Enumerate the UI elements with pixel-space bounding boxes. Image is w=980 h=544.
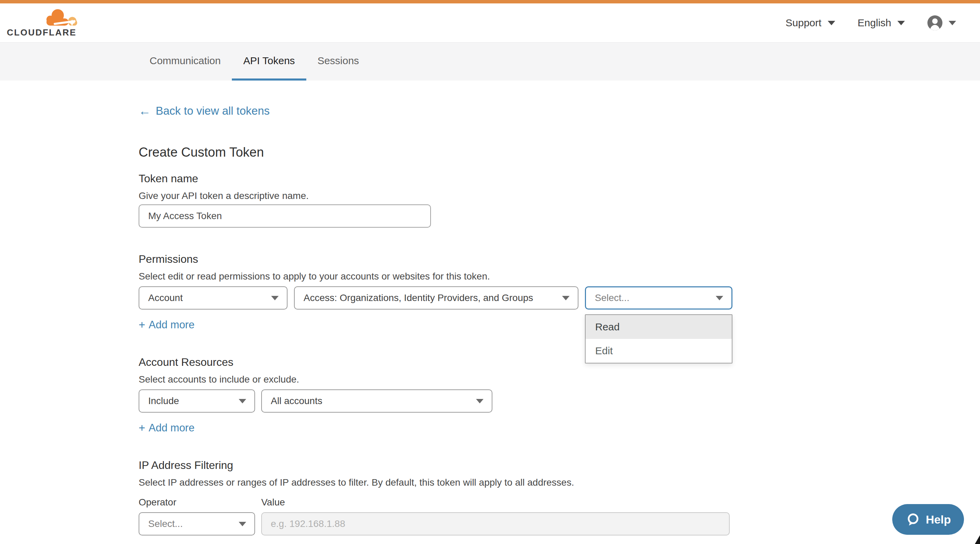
ip-filtering-description: Select IP addresses or ranges of IP addr… bbox=[138, 477, 740, 488]
back-link-label: Back to view all tokens bbox=[156, 105, 270, 117]
permission-scope-value: Account bbox=[148, 292, 183, 303]
permission-scope-select[interactable]: Account bbox=[138, 286, 288, 309]
resource-scope-value: All accounts bbox=[271, 395, 322, 406]
menu-option-read[interactable]: Read bbox=[585, 315, 732, 339]
back-arrow-icon: ← bbox=[138, 105, 151, 117]
plus-icon: + bbox=[138, 319, 145, 331]
chevron-down-icon bbox=[476, 399, 484, 403]
chevron-down-icon bbox=[239, 522, 246, 526]
add-more-label: Add more bbox=[148, 319, 194, 331]
chevron-down-icon bbox=[562, 296, 570, 300]
header-nav: Support English bbox=[763, 15, 956, 30]
ip-operator-select[interactable]: Select... bbox=[138, 512, 255, 536]
account-resources-description: Select accounts to include or exclude. bbox=[138, 374, 740, 385]
ip-filtering-labels: Operator Value bbox=[138, 497, 740, 508]
permissions-section: Permissions Select edit or read permissi… bbox=[138, 253, 740, 331]
menu-option-edit[interactable]: Edit bbox=[585, 339, 732, 363]
token-name-heading: Token name bbox=[138, 172, 740, 185]
ip-filtering-section: IP Address Filtering Select IP addresses… bbox=[138, 459, 740, 536]
help-button[interactable]: Help bbox=[892, 504, 964, 535]
support-menu[interactable]: Support bbox=[786, 17, 835, 29]
language-menu[interactable]: English bbox=[858, 17, 905, 29]
token-name-input[interactable] bbox=[138, 205, 431, 228]
account-resources-section: Account Resources Select accounts to inc… bbox=[138, 356, 740, 434]
resource-scope-select[interactable]: All accounts bbox=[261, 389, 492, 412]
tab-api-tokens[interactable]: API Tokens bbox=[232, 43, 306, 81]
support-menu-label: Support bbox=[786, 17, 822, 29]
permission-level-dropdown-menu: Read Edit bbox=[585, 314, 732, 363]
chevron-down-icon bbox=[828, 21, 835, 25]
profile-tabs: Communication API Tokens Sessions bbox=[0, 42, 980, 81]
account-menu[interactable] bbox=[928, 15, 956, 30]
ip-value-input[interactable] bbox=[261, 512, 730, 536]
permissions-row: Account Access: Organizations, Identity … bbox=[138, 286, 740, 309]
operator-label: Operator bbox=[138, 497, 261, 508]
page-title: Create Custom Token bbox=[138, 144, 740, 160]
token-name-description: Give your API token a descriptive name. bbox=[138, 191, 740, 201]
value-label: Value bbox=[261, 497, 285, 508]
permissions-description: Select edit or read permissions to apply… bbox=[138, 271, 740, 282]
chevron-down-icon bbox=[716, 296, 723, 300]
mouse-cursor bbox=[975, 535, 980, 544]
permission-level-select-wrap: Select... Read Edit bbox=[585, 286, 732, 309]
brand-accent-bar bbox=[0, 0, 980, 3]
resource-mode-select[interactable]: Include bbox=[138, 389, 255, 412]
resource-mode-value: Include bbox=[148, 395, 179, 406]
plus-icon: + bbox=[138, 422, 145, 434]
main-content: ← Back to view all tokens Create Custom … bbox=[138, 105, 740, 536]
permission-resource-select[interactable]: Access: Organizations, Identity Provider… bbox=[294, 286, 578, 309]
logo-wordmark: CLOUDFLARE bbox=[7, 27, 80, 38]
token-name-section: Token name Give your API token a descrip… bbox=[138, 172, 740, 228]
chevron-down-icon bbox=[897, 21, 905, 25]
back-to-tokens-link[interactable]: ← Back to view all tokens bbox=[138, 105, 270, 117]
chat-bubble-icon bbox=[905, 512, 920, 527]
tab-communication[interactable]: Communication bbox=[138, 43, 232, 81]
chevron-down-icon bbox=[948, 21, 956, 25]
add-more-label: Add more bbox=[148, 422, 194, 434]
ip-filtering-heading: IP Address Filtering bbox=[138, 459, 740, 471]
permissions-add-more-link[interactable]: + Add more bbox=[138, 319, 195, 331]
header: CLOUDFLARE Support English bbox=[0, 3, 980, 42]
user-avatar-icon bbox=[928, 15, 942, 30]
account-resources-add-more-link[interactable]: + Add more bbox=[138, 422, 195, 434]
help-button-label: Help bbox=[926, 513, 951, 526]
account-resources-row: Include All accounts bbox=[138, 389, 740, 412]
permission-resource-value: Access: Organizations, Identity Provider… bbox=[304, 292, 533, 303]
ip-filtering-row: Select... bbox=[138, 512, 740, 536]
chevron-down-icon bbox=[239, 399, 246, 403]
cloudflare-cloud-icon bbox=[43, 8, 79, 27]
permission-level-select[interactable]: Select... bbox=[585, 286, 732, 309]
cloudflare-logo: CLOUDFLARE bbox=[7, 8, 80, 38]
language-menu-label: English bbox=[858, 17, 891, 29]
permissions-heading: Permissions bbox=[138, 253, 740, 265]
ip-operator-value: Select... bbox=[148, 519, 183, 529]
permission-level-value: Select... bbox=[595, 292, 629, 303]
tab-sessions[interactable]: Sessions bbox=[306, 43, 371, 81]
chevron-down-icon bbox=[271, 296, 278, 300]
